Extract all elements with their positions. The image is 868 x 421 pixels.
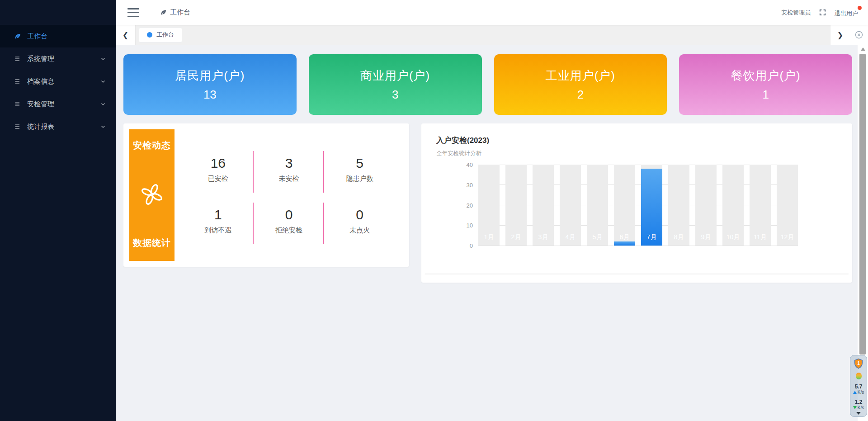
tabs-scroll-right-button[interactable]: ❯ [830, 25, 850, 45]
y-axis-tick-label: 20 [467, 202, 473, 208]
chart-column-7月: 7月 [641, 165, 662, 246]
safety-stat-label: 未点火 [324, 226, 395, 235]
chart-column-5月: 5月 [587, 165, 608, 246]
stat-card-value: 1 [762, 88, 769, 102]
menu-icon [14, 123, 22, 131]
y-axis-tick-label: 10 [467, 222, 473, 229]
logout-label: 退出用户 [835, 10, 858, 17]
safety-stat-value: 16 [183, 156, 254, 171]
safety-stat-value: 1 [183, 207, 254, 222]
sidebar-menu: 工作台系统管理档案信息安检管理统计报表 [0, 25, 116, 138]
chart-title: 入户安检(2023) [436, 135, 837, 146]
x-axis-category-label: 3月 [533, 233, 554, 241]
widget-collapse-caret[interactable] [856, 412, 861, 415]
tab-active-dot-icon [147, 32, 152, 38]
scrollbar-up-arrow[interactable] [861, 47, 865, 51]
chart-plot-area: 1月2月3月4月5月6月7月8月9月10月11月12月 [478, 165, 798, 246]
chart-column-2月: 2月 [505, 165, 527, 246]
stat-card-1: 居民用户(户)13 [123, 54, 297, 115]
safety-stat-item: 5隐患户数 [324, 153, 395, 186]
stat-card-4: 餐饮用户(户)1 [679, 54, 852, 115]
notification-dot [858, 6, 862, 10]
logout-button[interactable]: 退出用户 [835, 8, 858, 18]
pinwheel-icon [138, 180, 166, 208]
chevron-down-icon [100, 79, 106, 84]
x-axis-category-label: 1月 [478, 233, 500, 241]
x-axis-category-label: 4月 [560, 233, 581, 241]
network-monitor-widget[interactable]: 1 5.7 K/s 1.2 K/s [850, 355, 867, 417]
tab-label: 工作台 [156, 31, 174, 39]
menu-icon [14, 100, 22, 108]
y-axis-tick-label: 40 [467, 161, 473, 168]
close-all-tabs-button[interactable] [850, 25, 868, 45]
safety-stat-value: 5 [324, 156, 395, 171]
safety-stat-item: 0未点火 [324, 204, 395, 237]
close-circle-icon [854, 30, 863, 39]
hamburger-icon[interactable] [127, 8, 139, 17]
safety-stat-label: 到访不遇 [183, 226, 254, 235]
download-arrow-icon [853, 406, 857, 409]
safety-stat-label: 已安检 [183, 175, 254, 183]
sidebar-item-label: 工作台 [27, 32, 106, 41]
tabs-scroll-left-button[interactable]: ❮ [116, 25, 136, 45]
sidebar-item-label: 系统管理 [27, 55, 100, 63]
stat-card-title: 居民用户(户) [175, 68, 245, 84]
menu-icon [14, 55, 22, 63]
breadcrumb-label: 工作台 [170, 8, 190, 17]
bar-6月 [614, 241, 635, 246]
shield-badge-count: 1 [857, 361, 860, 366]
sidebar-item-3[interactable]: 档案信息 [0, 70, 116, 93]
x-axis-category-label: 11月 [750, 233, 771, 241]
upload-speed-unit: K/s [858, 390, 864, 395]
leaf-icon [160, 9, 167, 16]
chart-footer-divider [425, 274, 849, 274]
tab-strip: 工作台 [136, 25, 830, 45]
main-content: 居民用户(户)13商业用户(户)3工业用户(户)2餐饮用户(户)1 安检动态 数… [116, 45, 858, 421]
sidebar-item-5[interactable]: 统计报表 [0, 115, 116, 138]
safety-stats-row: 16已安检3未安检5隐患户数 [183, 153, 395, 186]
sidebar-item-2[interactable]: 系统管理 [0, 47, 116, 70]
chart-column-9月: 9月 [695, 165, 717, 246]
safety-stat-value: 0 [324, 207, 395, 222]
safety-banner-bottom-label: 数据统计 [133, 237, 171, 249]
current-user-label[interactable]: 安检管理员 [781, 9, 811, 17]
chart-column-1月: 1月 [478, 165, 500, 246]
stat-card-value: 13 [203, 88, 217, 102]
stat-card-value: 2 [577, 88, 584, 102]
chart-columns: 1月2月3月4月5月6月7月8月9月10月11月12月 [478, 165, 798, 246]
safety-stat-label: 未安检 [254, 175, 325, 183]
chart-column-3月: 3月 [533, 165, 554, 246]
safety-stat-item: 16已安检 [183, 153, 254, 186]
leaf-icon [14, 32, 22, 40]
download-speed-value: 1.2 [855, 399, 863, 405]
stat-card-title: 商业用户(户) [360, 68, 430, 84]
shield-badge-icon[interactable]: 1 [854, 358, 863, 369]
fullscreen-icon[interactable] [819, 9, 826, 16]
x-axis-category-label: 10月 [722, 233, 744, 241]
x-axis-category-label: 12月 [777, 233, 798, 241]
stat-card-3: 工业用户(户)2 [494, 54, 667, 115]
inspection-chart-panel: 入户安检(2023) 全年安检统计分析 010203040 1月2月3月4月5月… [421, 123, 852, 283]
safety-stat-item: 1到访不遇 [183, 204, 254, 237]
safety-stat-label: 拒绝安检 [254, 226, 325, 235]
tab-bar: ❮ 工作台 ❯ [116, 25, 868, 45]
safety-dynamics-panel: 安检动态 数据统计 16已安检3未安检5隐患户数1到访不遇0拒绝安检0未点火 [123, 123, 409, 267]
scrollbar-thumb[interactable] [859, 54, 866, 355]
chevron-down-icon [100, 124, 106, 129]
sidebar-item-1[interactable]: 工作台 [0, 25, 116, 47]
top-header: 工作台 安检管理员 退出用户 [116, 0, 868, 25]
safety-stats-grid: 16已安检3未安检5隐患户数1到访不遇0拒绝安检0未点火 [175, 129, 403, 261]
download-speed-unit: K/s [858, 405, 864, 410]
sidebar-item-4[interactable]: 安检管理 [0, 93, 116, 115]
chart-column-12月: 12月 [777, 165, 798, 246]
safety-stat-value: 0 [254, 207, 325, 222]
chart-subtitle: 全年安检统计分析 [436, 150, 837, 157]
traffic-gauge [856, 373, 862, 379]
tab-workbench[interactable]: 工作台 [139, 28, 182, 43]
y-axis-tick-label: 0 [470, 242, 473, 249]
safety-banner: 安检动态 数据统计 [129, 129, 175, 261]
chevron-down-icon [100, 101, 106, 107]
upload-speed-value: 5.7 [855, 383, 863, 390]
chevron-down-icon [100, 56, 106, 61]
stat-card-2: 商业用户(户)3 [309, 54, 482, 115]
